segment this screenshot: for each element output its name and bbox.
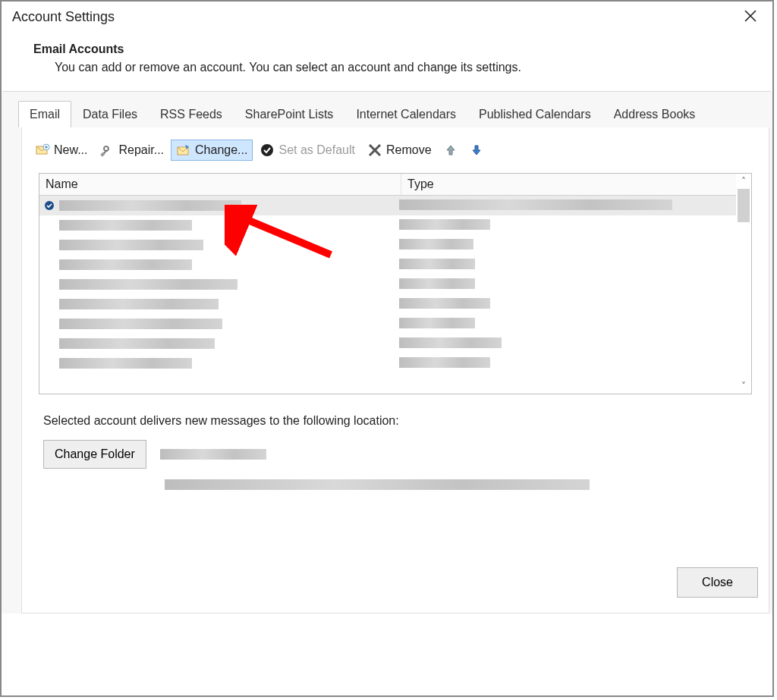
tab-rss-feeds[interactable]: RSS Feeds bbox=[149, 101, 234, 127]
repair-button[interactable]: Repair... bbox=[94, 140, 169, 161]
table-row[interactable] bbox=[39, 215, 751, 235]
tabs: Email Data Files RSS Feeds SharePoint Li… bbox=[18, 101, 772, 127]
scrollbar[interactable]: ˄ ˅ bbox=[736, 174, 751, 394]
change-button[interactable]: Change... bbox=[171, 140, 253, 161]
folder-name-redacted bbox=[160, 449, 266, 460]
move-down-button[interactable] bbox=[464, 140, 489, 161]
remove-button[interactable]: Remove bbox=[362, 140, 437, 161]
change-folder-button[interactable]: Change Folder bbox=[43, 440, 146, 469]
account-name-redacted bbox=[59, 200, 241, 211]
account-name-redacted bbox=[59, 338, 215, 349]
toolbar: New... Repair... Change... bbox=[22, 127, 769, 173]
account-type-redacted bbox=[399, 337, 502, 348]
arrow-down-icon bbox=[470, 143, 483, 158]
svg-point-4 bbox=[261, 144, 273, 156]
account-name-redacted bbox=[59, 299, 219, 309]
account-name-redacted bbox=[59, 240, 203, 250]
set-default-button: Set as Default bbox=[254, 140, 360, 161]
tab-internet-calendars[interactable]: Internet Calendars bbox=[344, 101, 467, 127]
change-label: Change... bbox=[195, 143, 247, 157]
close-icon[interactable] bbox=[739, 9, 762, 30]
account-name-redacted bbox=[59, 319, 222, 329]
tab-published-calendars[interactable]: Published Calendars bbox=[467, 101, 602, 127]
account-type-redacted bbox=[399, 199, 672, 210]
new-button[interactable]: New... bbox=[30, 140, 93, 161]
tab-address-books[interactable]: Address Books bbox=[602, 101, 707, 127]
remove-label: Remove bbox=[386, 143, 432, 157]
section-subtext: You can add or remove an account. You ca… bbox=[33, 56, 772, 74]
account-type-redacted bbox=[399, 278, 475, 289]
accounts-list: Name Type ˄ ˅ bbox=[39, 173, 752, 394]
table-row[interactable] bbox=[39, 275, 751, 294]
close-button[interactable]: Close bbox=[677, 567, 758, 598]
change-icon bbox=[176, 143, 191, 158]
account-type-redacted bbox=[399, 298, 490, 309]
folder-path-redacted bbox=[165, 479, 590, 490]
tab-email[interactable]: Email bbox=[18, 101, 71, 127]
scroll-down-icon[interactable]: ˅ bbox=[736, 378, 751, 394]
table-row[interactable] bbox=[39, 196, 751, 215]
column-name[interactable]: Name bbox=[39, 174, 401, 195]
account-settings-window: Account Settings Email Accounts You can … bbox=[0, 0, 774, 697]
tab-data-files[interactable]: Data Files bbox=[71, 101, 149, 127]
arrow-up-icon bbox=[444, 143, 458, 158]
table-row[interactable] bbox=[39, 334, 751, 353]
repair-label: Repair... bbox=[118, 143, 164, 157]
table-row[interactable] bbox=[39, 255, 751, 275]
default-check-icon bbox=[44, 200, 55, 211]
account-name-redacted bbox=[59, 358, 192, 369]
delivery-label: Selected account delivers new messages t… bbox=[22, 394, 769, 435]
window-title: Account Settings bbox=[12, 9, 115, 25]
account-type-redacted bbox=[399, 259, 475, 269]
scroll-thumb[interactable] bbox=[738, 189, 750, 222]
repair-icon bbox=[99, 143, 115, 158]
account-name-redacted bbox=[59, 259, 192, 270]
tab-sharepoint-lists[interactable]: SharePoint Lists bbox=[234, 101, 345, 127]
column-type[interactable]: Type bbox=[401, 174, 751, 195]
account-name-redacted bbox=[59, 279, 238, 290]
set-default-label: Set as Default bbox=[278, 143, 355, 157]
account-type-redacted bbox=[399, 239, 473, 250]
table-row[interactable] bbox=[39, 235, 751, 255]
account-type-redacted bbox=[399, 219, 490, 230]
scroll-up-icon[interactable]: ˄ bbox=[736, 174, 751, 189]
account-name-redacted bbox=[59, 220, 192, 231]
new-label: New... bbox=[54, 143, 87, 157]
table-row[interactable] bbox=[39, 353, 751, 373]
table-row[interactable] bbox=[39, 294, 751, 314]
account-type-redacted bbox=[399, 318, 475, 328]
account-type-redacted bbox=[399, 357, 490, 368]
remove-icon bbox=[367, 143, 382, 158]
move-up-button[interactable] bbox=[439, 140, 463, 161]
new-mail-icon bbox=[35, 143, 50, 158]
table-row[interactable] bbox=[39, 314, 751, 334]
section-heading: Email Accounts bbox=[33, 42, 772, 56]
check-circle-icon bbox=[260, 143, 275, 158]
